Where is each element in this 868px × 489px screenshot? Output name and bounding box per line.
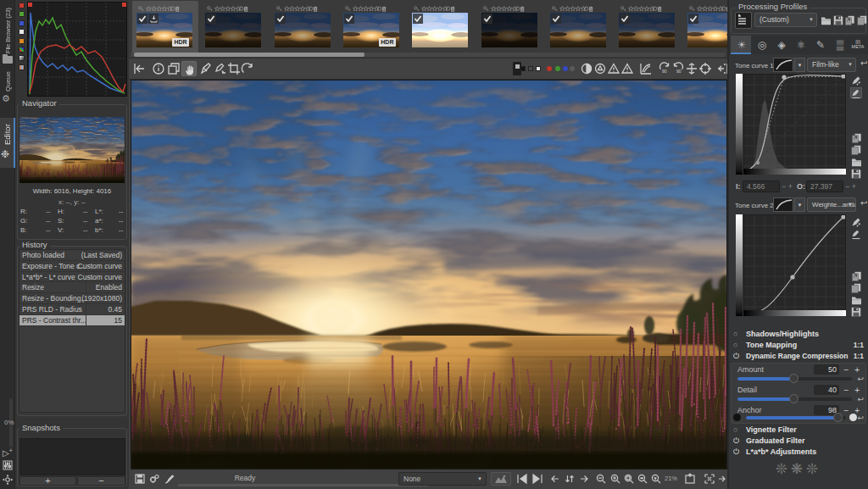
svg-text:90: 90 bbox=[662, 69, 667, 74]
svg-text:90: 90 bbox=[676, 69, 682, 74]
